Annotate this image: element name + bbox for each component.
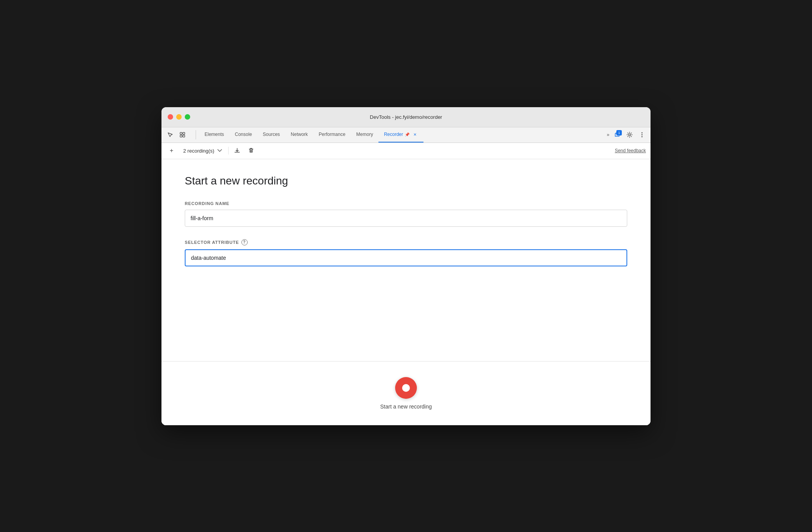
- tab-divider: [196, 130, 196, 139]
- more-options-button[interactable]: [637, 129, 647, 140]
- window-controls: [168, 114, 190, 120]
- notification-badge: 1: [616, 130, 622, 136]
- recorder-pin-icon: 📌: [405, 132, 409, 137]
- recording-name-input[interactable]: [185, 210, 627, 227]
- tab-network[interactable]: Network: [285, 127, 313, 143]
- titlebar: DevTools - jec.fyi/demo/recorder: [161, 107, 651, 127]
- window-title: DevTools - jec.fyi/demo/recorder: [370, 114, 442, 120]
- recording-name-group: RECORDING NAME: [185, 201, 627, 227]
- start-recording-label: Start a new recording: [380, 403, 432, 410]
- cursor-icon-button[interactable]: [165, 129, 175, 140]
- record-area: Start a new recording: [161, 361, 651, 425]
- send-feedback-link[interactable]: Send feedback: [615, 148, 646, 153]
- svg-rect-0: [180, 132, 182, 134]
- tab-recorder[interactable]: Recorder 📌 ✕: [378, 127, 423, 143]
- add-recording-button[interactable]: +: [166, 145, 177, 156]
- tab-bar: Elements Console Sources Network Perform…: [161, 127, 651, 143]
- close-button[interactable]: [168, 114, 173, 120]
- minimize-button[interactable]: [176, 114, 182, 120]
- svg-point-4: [629, 134, 631, 136]
- selector-attribute-input[interactable]: [185, 249, 627, 266]
- svg-rect-1: [183, 132, 185, 134]
- record-inner-dot: [402, 384, 410, 392]
- delete-button[interactable]: [246, 145, 257, 156]
- download-button[interactable]: [232, 145, 243, 156]
- toolbar-divider: [228, 147, 229, 155]
- tab-list: Elements Console Sources Network Perform…: [199, 127, 604, 143]
- recorder-close-icon[interactable]: ✕: [412, 131, 418, 137]
- notifications-button[interactable]: 1: [612, 129, 623, 140]
- recording-selector[interactable]: 2 recording(s): [180, 145, 225, 156]
- inspect-icon-button[interactable]: [177, 129, 188, 140]
- tab-sources[interactable]: Sources: [257, 127, 285, 143]
- tab-performance[interactable]: Performance: [313, 127, 351, 143]
- svg-rect-3: [183, 135, 185, 137]
- svg-point-5: [642, 132, 643, 134]
- page-title: Start a new recording: [185, 175, 627, 187]
- help-icon[interactable]: ?: [241, 239, 248, 245]
- toolbar: + 2 recording(s) Send feedback: [161, 143, 651, 159]
- tab-icons: [165, 129, 188, 140]
- tab-elements[interactable]: Elements: [199, 127, 229, 143]
- selector-attribute-group: SELECTOR ATTRIBUTE ?: [185, 239, 627, 266]
- svg-rect-2: [180, 135, 182, 137]
- main-content: Start a new recording RECORDING NAME SEL…: [161, 159, 651, 346]
- selector-attribute-label: SELECTOR ATTRIBUTE ?: [185, 239, 627, 245]
- start-recording-button[interactable]: [395, 377, 417, 399]
- tab-memory[interactable]: Memory: [351, 127, 378, 143]
- settings-button[interactable]: [624, 129, 635, 140]
- tab-console[interactable]: Console: [229, 127, 257, 143]
- svg-point-6: [642, 134, 643, 136]
- recording-name-label: RECORDING NAME: [185, 201, 627, 206]
- tab-right-actions: 1: [612, 129, 647, 140]
- devtools-panel: Elements Console Sources Network Perform…: [161, 127, 651, 425]
- svg-point-7: [642, 136, 643, 137]
- devtools-window: DevTools - jec.fyi/demo/recorder: [161, 107, 651, 425]
- more-tabs-button[interactable]: »: [604, 127, 612, 143]
- maximize-button[interactable]: [185, 114, 190, 120]
